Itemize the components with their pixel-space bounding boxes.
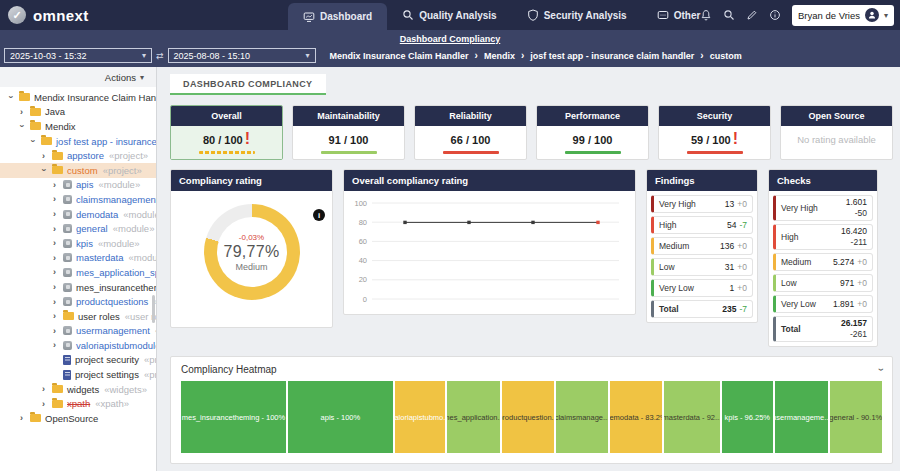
bell-icon[interactable]: [700, 9, 712, 21]
tree-item-java[interactable]: ›Java: [0, 105, 156, 120]
tree-item-josf-test-app-insurance-claim-handler[interactable]: ›josf test app - insurance claim handler: [0, 134, 156, 149]
tree-item-project-settings[interactable]: project settings«project settings»: [0, 367, 156, 382]
scorecard-security[interactable]: Security59 / 100!: [658, 105, 771, 160]
tree-item-kpis[interactable]: ›kpis«module»: [0, 236, 156, 251]
date-to-select[interactable]: 2025-08-08 - 15:10 ▾: [168, 48, 316, 63]
actions-dropdown[interactable]: Actions ▾: [105, 72, 144, 83]
search-icon[interactable]: [723, 9, 735, 21]
heatmap-block-general-90-1[interactable]: general - 90.1%: [830, 381, 882, 453]
tree-item-xpath[interactable]: ›xpath«xpath»: [0, 396, 156, 411]
user-menu[interactable]: Bryan de Vries ▾: [792, 5, 894, 26]
breadcrumb-item[interactable]: Mendix: [484, 51, 515, 61]
tree-item-valoriapistubmodule[interactable]: ›valoriapistubmodule«module»: [0, 338, 156, 353]
info-circle-icon[interactable]: [769, 9, 781, 21]
tree-item-apis[interactable]: ›apis«module»: [0, 178, 156, 193]
chevron-collapsed-icon[interactable]: ›: [50, 340, 59, 350]
tree-item-mendix-insurance-claim-handler[interactable]: ›Mendix Insurance Claim Handler: [0, 90, 156, 105]
chevron-collapsed-icon[interactable]: ›: [17, 413, 26, 423]
date-from-select[interactable]: 2025-10-03 - 15:32 ▾: [4, 48, 152, 63]
heatmap-block-demodata-83-2[interactable]: demodata - 83.2%: [610, 381, 662, 453]
heatmap-block-productquestion[interactable]: productquestion...: [502, 381, 554, 453]
chevron-collapsed-icon[interactable]: ›: [50, 209, 59, 219]
chevron-expanded-icon[interactable]: ›: [28, 137, 38, 146]
scorecard-open-source[interactable]: Open SourceNo rating available: [780, 105, 893, 160]
chevron-collapsed-icon[interactable]: ›: [50, 194, 59, 204]
tab-dashboard-compliancy[interactable]: DASHBOARD COMPLIANCY: [170, 74, 326, 95]
stat-row-very-high[interactable]: Very High13+0: [651, 195, 753, 213]
tree-item-opensource[interactable]: ›OpenSource: [0, 411, 156, 426]
tree-item-appstore[interactable]: ›appstore«project»: [0, 148, 156, 163]
data-point-marker[interactable]: [531, 221, 534, 224]
heatmap-block-usermanageme[interactable]: usermanageme...: [775, 381, 827, 453]
stat-row-total[interactable]: Total235-7: [651, 300, 753, 318]
tree-item-productquestions[interactable]: ›productquestions«module»: [0, 294, 156, 309]
heatmap-block-kpis-96-25[interactable]: kpis - 96.25%: [722, 381, 773, 453]
stat-row-very-high[interactable]: Very High1.601-50: [773, 195, 873, 221]
info-icon[interactable]: i: [313, 209, 325, 221]
breadcrumb-item[interactable]: Mendix Insurance Claim Handler: [330, 51, 469, 61]
stat-row-very-low[interactable]: Very Low1.891+0: [773, 295, 873, 313]
tree-item-project-security[interactable]: project security«project security»: [0, 353, 156, 368]
tree-item-mes-application-specific[interactable]: ›mes_application_specific«module»: [0, 265, 156, 280]
chevron-collapsed-icon[interactable]: ›: [39, 399, 48, 409]
stat-row-total[interactable]: Total26.157-261: [773, 316, 873, 342]
breadcrumb-item[interactable]: josf test app - insurance claim handler: [530, 51, 694, 61]
chevron-collapsed-icon[interactable]: ›: [39, 151, 48, 161]
chevron-expanded-icon[interactable]: ›: [17, 122, 27, 131]
tree-item-masterdata[interactable]: ›masterdata«module»: [0, 251, 156, 266]
chevron-collapsed-icon[interactable]: ›: [17, 107, 26, 117]
chevron-collapsed-icon[interactable]: ›: [50, 297, 59, 307]
stat-row-low[interactable]: Low31+0: [651, 258, 753, 276]
chevron-collapsed-icon[interactable]: ›: [50, 238, 59, 248]
data-point-marker[interactable]: [403, 221, 406, 224]
chevron-collapsed-icon[interactable]: ›: [39, 384, 48, 394]
collapse-chevron-icon[interactable]: ‹: [875, 368, 886, 371]
heatmap-block-masterdata-92[interactable]: masterdata - 92...: [664, 381, 719, 453]
stat-row-medium[interactable]: Medium136+0: [651, 237, 753, 255]
tab-quality-analysis[interactable]: Quality Analysis: [387, 0, 511, 30]
scorecard-performance[interactable]: Performance99 / 100: [536, 105, 649, 160]
scorecard-overall[interactable]: Overall80 / 100!: [170, 105, 283, 160]
chevron-collapsed-icon[interactable]: ›: [50, 180, 59, 190]
chevron-collapsed-icon[interactable]: ›: [50, 326, 59, 336]
tree-item-custom[interactable]: ›custom«project»: [0, 163, 156, 178]
scorecard-reliability[interactable]: Reliability66 / 100: [414, 105, 527, 160]
scorecard-maintainability[interactable]: Maintainability91 / 100: [292, 105, 405, 160]
chevron-collapsed-icon[interactable]: ›: [50, 267, 59, 277]
chevron-expanded-icon[interactable]: ›: [39, 166, 49, 175]
swap-dates-icon[interactable]: ⇄: [156, 51, 164, 61]
heatmap-block-valoriapistubmo[interactable]: valoriapistubmo...: [395, 381, 445, 453]
chevron-collapsed-icon[interactable]: ›: [50, 282, 59, 292]
breadcrumb-item[interactable]: custom: [710, 51, 742, 61]
sidebar-scrollbar[interactable]: [152, 295, 155, 323]
heatmap-block-mes-insurancetheming-100[interactable]: mes_insurancetheming - 100%: [181, 381, 286, 453]
data-point-marker[interactable]: [596, 221, 599, 224]
tab-security-analysis[interactable]: Security Analysis: [512, 0, 642, 30]
stat-row-low[interactable]: Low971+0: [773, 274, 873, 292]
filter-bar: 2025-10-03 - 15:32 ▾ ⇄ 2025-08-08 - 15:1…: [0, 47, 900, 67]
brand[interactable]: ✓ omnext: [8, 6, 89, 24]
tree-item-mendix[interactable]: ›Mendix: [0, 119, 156, 134]
stat-row-high[interactable]: High54-7: [651, 216, 753, 234]
heatmap-block-apis-100[interactable]: apis - 100%: [288, 381, 393, 453]
tree-item-user-roles[interactable]: ›user roles«user roles»: [0, 309, 156, 324]
stat-row-high[interactable]: High16.420-211: [773, 224, 873, 250]
data-point-marker[interactable]: [467, 221, 470, 224]
tree-item-widgets[interactable]: ›widgets«widgets»: [0, 382, 156, 397]
chevron-collapsed-icon[interactable]: ›: [50, 224, 59, 234]
chevron-collapsed-icon[interactable]: ›: [50, 311, 59, 321]
tree-item-demodata[interactable]: ›demodata«module»: [0, 207, 156, 222]
heatmap-block-mes-application[interactable]: mes_application...: [447, 381, 499, 453]
heatmap-block-claimsmanage[interactable]: claimsmanage...: [556, 381, 607, 453]
tree-item-claimsmanagement[interactable]: ›claimsmanagement«module»: [0, 192, 156, 207]
tree-item-general[interactable]: ›general«module»: [0, 221, 156, 236]
chevron-expanded-icon[interactable]: ›: [6, 93, 16, 102]
tab-dashboard[interactable]: Dashboard: [288, 3, 387, 30]
stat-row-very-low[interactable]: Very Low1+0: [651, 279, 753, 297]
pencil-icon[interactable]: [746, 9, 758, 21]
chevron-collapsed-icon[interactable]: ›: [50, 253, 59, 263]
dashboard-compliancy-link[interactable]: Dashboard Compliancy: [400, 34, 501, 44]
stat-row-medium[interactable]: Medium5.274+0: [773, 253, 873, 271]
tree-item-mes-insurancetheming[interactable]: ›mes_insurancetheming«module»: [0, 280, 156, 295]
tree-item-usermanagement[interactable]: ›usermanagement«module»: [0, 324, 156, 339]
